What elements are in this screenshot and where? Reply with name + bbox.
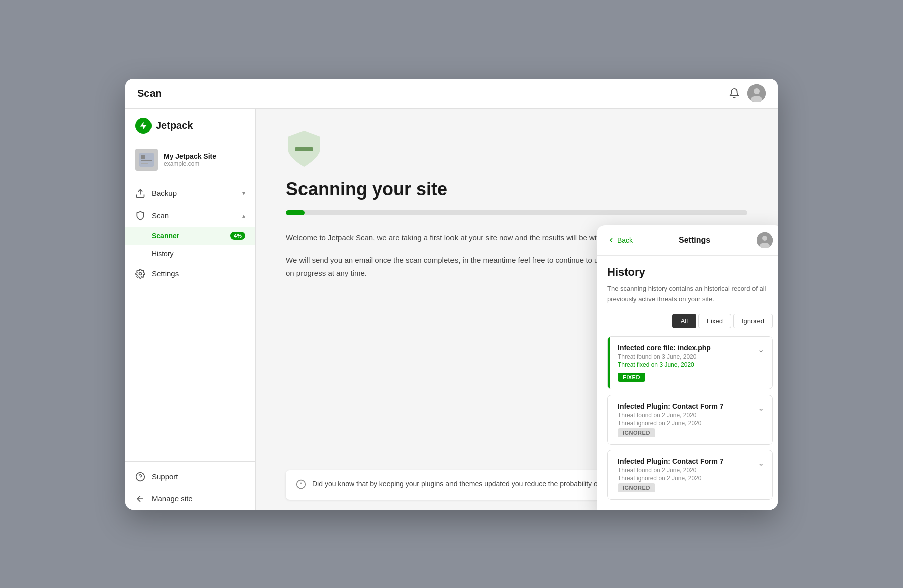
logo-area: Jetpack	[125, 113, 255, 142]
threat-1-header[interactable]: Infected core file: index.php Threat fou…	[608, 337, 772, 389]
main-content: Scanning your site Welcome to Jetpack Sc…	[256, 109, 778, 510]
sidebar-item-scan[interactable]: Scan ▴	[125, 205, 255, 227]
threat-1-content: Infected core file: index.php Threat fou…	[616, 344, 754, 382]
page-title: Scan	[137, 88, 162, 99]
settings-panel-header: Back Settings	[597, 225, 778, 256]
threat-1-name: Infected core file: index.php	[618, 344, 754, 352]
threat-2-content: Infected Plugin: Contact Form 7 Threat f…	[616, 402, 754, 437]
filter-tabs: All Fixed Ignored	[607, 314, 773, 328]
main-window: Scan Jetpack	[125, 79, 778, 510]
settings-panel-title: Settings	[679, 236, 710, 245]
sidebar-bottom: Support Manage site	[125, 461, 255, 510]
threat-2-chevron-icon: ⌄	[758, 403, 764, 413]
threat-3-status-badge: IGNORED	[618, 483, 655, 492]
progress-bar	[286, 210, 747, 215]
threat-2-ignored: Threat ignored on 2 June, 2020	[618, 420, 754, 427]
filter-ignored-button[interactable]: Ignored	[733, 314, 773, 328]
sidebar-item-support[interactable]: Support	[125, 466, 255, 488]
scanner-badge: 4%	[230, 232, 245, 240]
site-text: My Jetpack Site example.com	[164, 152, 216, 167]
sidebar-item-settings[interactable]: Settings	[125, 263, 255, 285]
history-label: History	[152, 250, 174, 258]
site-thumbnail	[135, 149, 158, 171]
backup-icon	[135, 188, 145, 199]
svg-rect-5	[141, 155, 145, 159]
shield-container	[286, 129, 747, 171]
main-layout: Jetpack My Jetpack Site example.com Back…	[125, 109, 778, 510]
threat-1-status-badge: FIXED	[618, 373, 645, 382]
sidebar-item-history[interactable]: History	[125, 245, 255, 263]
site-info: My Jetpack Site example.com	[125, 142, 255, 178]
threat-item-1: Infected core file: index.php Threat fou…	[607, 336, 773, 389]
threat-3-chevron-icon: ⌄	[758, 458, 764, 468]
filter-all-button[interactable]: All	[672, 314, 696, 328]
svg-rect-13	[295, 147, 313, 151]
manage-label: Manage site	[152, 494, 193, 503]
threat-3-content: Infected Plugin: Contact Form 7 Threat f…	[616, 457, 754, 492]
settings-icon	[135, 269, 145, 279]
site-url: example.com	[164, 160, 216, 167]
progress-bar-fill	[286, 210, 305, 215]
sidebar-item-settings-label: Settings	[152, 269, 179, 278]
settings-avatar[interactable]	[757, 232, 773, 248]
threat-2-header[interactable]: Infected Plugin: Contact Form 7 Threat f…	[608, 395, 772, 444]
history-title: History	[607, 266, 773, 279]
sidebar-item-manage[interactable]: Manage site	[125, 488, 255, 510]
support-label: Support	[152, 472, 178, 481]
threat-1-found: Threat found on 3 June, 2020	[618, 353, 754, 360]
scan-icon	[135, 211, 145, 221]
jetpack-logo-icon	[135, 118, 152, 134]
settings-body: History The scanning history contains an…	[597, 256, 778, 510]
site-name: My Jetpack Site	[164, 152, 216, 160]
filter-fixed-button[interactable]: Fixed	[698, 314, 731, 328]
settings-panel: Back Settings History The scanning histo…	[597, 225, 778, 510]
svg-marker-3	[140, 122, 147, 129]
history-description: The scanning history contains an histori…	[607, 284, 773, 305]
threat-2-name: Infected Plugin: Contact Form 7	[618, 402, 754, 410]
svg-point-18	[762, 236, 767, 241]
backup-chevron-icon: ▾	[242, 190, 245, 197]
shield-icon	[286, 129, 322, 169]
sidebar: Jetpack My Jetpack Site example.com Back…	[125, 109, 256, 510]
threat-item-2: Infected Plugin: Contact Form 7 Threat f…	[607, 395, 773, 445]
sidebar-item-scanner[interactable]: Scanner 4%	[125, 227, 255, 245]
sidebar-item-backup[interactable]: Backup ▾	[125, 182, 255, 205]
notification-bell-icon[interactable]	[727, 86, 741, 100]
svg-rect-6	[141, 160, 152, 161]
sidebar-item-scan-label: Scan	[152, 211, 169, 220]
back-label: Back	[617, 236, 633, 244]
support-icon	[135, 472, 145, 482]
scan-title: Scanning your site	[286, 179, 747, 200]
threat-3-name: Infected Plugin: Contact Form 7	[618, 457, 754, 465]
svg-point-1	[754, 88, 760, 94]
header-icons	[727, 84, 766, 102]
header: Scan	[125, 79, 778, 109]
sidebar-item-backup-label: Backup	[152, 189, 177, 198]
threat-3-ignored: Threat ignored on 2 June, 2020	[618, 475, 754, 482]
threat-item-3: Infected Plugin: Contact Form 7 Threat f…	[607, 450, 773, 500]
logo-text: Jetpack	[156, 120, 193, 131]
threat-3-header[interactable]: Infected Plugin: Contact Form 7 Threat f…	[608, 450, 772, 499]
settings-back-button[interactable]: Back	[607, 236, 633, 244]
threat-1-chevron-icon: ⌄	[758, 345, 764, 354]
manage-icon	[135, 494, 145, 504]
threat-3-found: Threat found on 2 June, 2020	[618, 467, 754, 474]
threat-2-status-badge: IGNORED	[618, 428, 655, 437]
threat-1-fixed-text: Threat fixed on 3 June, 2020	[618, 361, 754, 368]
scan-chevron-icon: ▴	[242, 212, 245, 219]
svg-rect-7	[141, 163, 148, 164]
user-avatar[interactable]	[747, 84, 766, 102]
info-icon	[296, 479, 306, 492]
scanner-label: Scanner	[152, 232, 179, 240]
threat-2-found: Threat found on 2 June, 2020	[618, 412, 754, 419]
svg-point-9	[139, 272, 142, 275]
threat-1-bar	[608, 337, 610, 389]
